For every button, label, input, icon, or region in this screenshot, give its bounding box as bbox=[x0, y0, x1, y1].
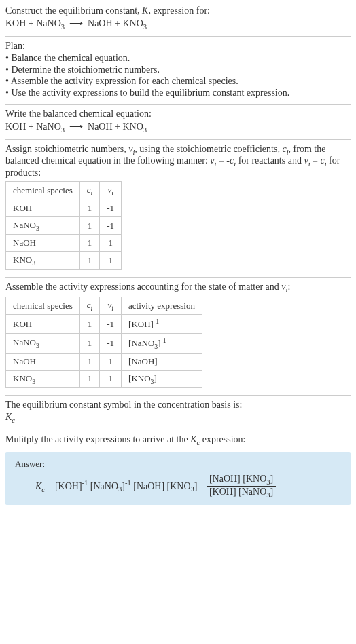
answer-label: Answer: bbox=[15, 459, 341, 470]
table-cell: -1 bbox=[100, 333, 122, 353]
table-cell: [NaOH] bbox=[122, 353, 202, 370]
table-row: NaNO3 1 -1 bbox=[6, 216, 122, 235]
table-header: νi bbox=[100, 182, 122, 200]
title-section: Construct the equilibrium constant, K, e… bbox=[5, 5, 351, 31]
table-row: NaOH 1 1 bbox=[6, 235, 122, 252]
table-header-row: chemical species ci νi activity expressi… bbox=[6, 297, 202, 315]
table-cell: -1 bbox=[100, 216, 122, 235]
table-cell: KNO3 bbox=[6, 370, 80, 388]
table-row: KNO3 1 1 bbox=[6, 252, 122, 270]
table-header: νi bbox=[100, 297, 122, 315]
table-header: ci bbox=[79, 297, 100, 315]
assemble-text: Assemble the activity expressions accoun… bbox=[5, 282, 351, 294]
assemble-section: Assemble the activity expressions accoun… bbox=[5, 282, 351, 388]
table-row: KOH 1 -1 bbox=[6, 200, 122, 216]
table-cell: NaNO3 bbox=[6, 333, 80, 353]
table-header: chemical species bbox=[6, 297, 80, 315]
plan-item: • Use the activity expressions to build … bbox=[5, 88, 351, 98]
table-cell: NaOH bbox=[6, 353, 80, 370]
stoich-table: chemical species ci νi KOH 1 -1 NaNO3 1 … bbox=[5, 181, 122, 270]
eqsymbol-text: The equilibrium constant symbol in the c… bbox=[5, 400, 351, 411]
divider bbox=[5, 139, 351, 140]
eqsymbol-section: The equilibrium constant symbol in the c… bbox=[5, 400, 351, 424]
divider bbox=[5, 430, 351, 430]
table-cell: 1 bbox=[79, 370, 100, 388]
table-cell: 1 bbox=[100, 370, 122, 388]
table-cell: 1 bbox=[79, 200, 100, 216]
table-cell: 1 bbox=[79, 235, 100, 252]
title-equation: KOH + NaNO3 ⟶ NaOH + KNO3 bbox=[5, 18, 351, 31]
title-line1: Construct the equilibrium constant, K, e… bbox=[5, 5, 351, 16]
divider bbox=[5, 277, 351, 278]
table-cell: 1 bbox=[100, 353, 122, 370]
table-row: NaOH 1 1 [NaOH] bbox=[6, 353, 202, 370]
table-cell: 1 bbox=[79, 353, 100, 370]
answer-fraction: [NaOH] [KNO3] [KOH] [NaNO3] bbox=[207, 474, 276, 499]
answer-expression: Kc = [KOH]-1 [NaNO3]-1 [NaOH] [KNO3] = [… bbox=[15, 474, 341, 499]
stoich-text: Assign stoichiometric numbers, νi, using… bbox=[5, 144, 351, 179]
plan-section: Plan: • Balance the chemical equation. •… bbox=[5, 41, 351, 98]
table-cell: [NaNO3]-1 bbox=[122, 333, 202, 353]
plan-item: • Balance the chemical equation. bbox=[5, 53, 351, 64]
balanced-heading: Write the balanced chemical equation: bbox=[5, 109, 351, 119]
table-cell: -1 bbox=[100, 200, 122, 216]
table-cell: KOH bbox=[6, 200, 80, 216]
stoich-section: Assign stoichiometric numbers, νi, using… bbox=[5, 144, 351, 270]
table-cell: KOH bbox=[6, 315, 80, 333]
table-cell: 1 bbox=[100, 235, 122, 252]
table-cell: 1 bbox=[100, 252, 122, 270]
balanced-section: Write the balanced chemical equation: KO… bbox=[5, 109, 351, 134]
balanced-equation: KOH + NaNO3 ⟶ NaOH + KNO3 bbox=[5, 121, 351, 134]
table-header-row: chemical species ci νi bbox=[6, 182, 122, 200]
divider bbox=[5, 104, 351, 105]
divider bbox=[5, 36, 351, 37]
plan-heading: Plan: bbox=[5, 41, 351, 52]
table-cell: 1 bbox=[79, 315, 100, 333]
activity-table: chemical species ci νi activity expressi… bbox=[5, 297, 202, 388]
table-cell: 1 bbox=[79, 333, 100, 353]
plan-item: • Assemble the activity expression for e… bbox=[5, 76, 351, 87]
table-header: ci bbox=[79, 182, 100, 200]
table-header: chemical species bbox=[6, 182, 80, 200]
table-cell: [KNO3] bbox=[122, 370, 202, 388]
fraction-numerator: [NaOH] [KNO3] bbox=[207, 474, 276, 487]
answer-box: Answer: Kc = [KOH]-1 [NaNO3]-1 [NaOH] [K… bbox=[5, 452, 351, 506]
table-row: NaNO3 1 -1 [NaNO3]-1 bbox=[6, 333, 202, 353]
plan-item: • Determine the stoichiometric numbers. bbox=[5, 64, 351, 75]
table-header: activity expression bbox=[122, 297, 202, 315]
table-cell: 1 bbox=[79, 216, 100, 235]
eqsymbol-symbol: Kc bbox=[5, 412, 351, 424]
divider bbox=[5, 395, 351, 396]
table-cell: [KOH]-1 bbox=[122, 315, 202, 333]
table-row: KOH 1 -1 [KOH]-1 bbox=[6, 315, 202, 333]
table-cell: 1 bbox=[79, 252, 100, 270]
table-row: KNO3 1 1 [KNO3] bbox=[6, 370, 202, 388]
multiply-section: Mulitply the activity expressions to arr… bbox=[5, 434, 351, 447]
table-cell: NaOH bbox=[6, 235, 80, 252]
multiply-text: Mulitply the activity expressions to arr… bbox=[5, 434, 351, 447]
table-cell: -1 bbox=[100, 315, 122, 333]
table-cell: KNO3 bbox=[6, 252, 80, 270]
fraction-denominator: [KOH] [NaNO3] bbox=[207, 487, 276, 499]
table-cell: NaNO3 bbox=[6, 216, 80, 235]
plan-list: • Balance the chemical equation. • Deter… bbox=[5, 53, 351, 98]
